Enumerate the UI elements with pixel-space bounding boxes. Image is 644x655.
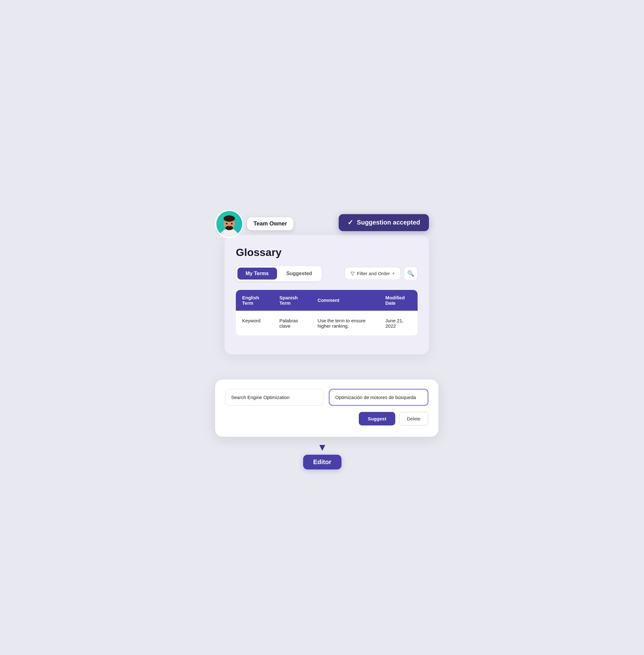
team-owner-label: Team Owner [253,220,287,227]
edit-card: Suggest Delete [215,379,438,437]
cursor-pointer-icon: ▲ [317,442,327,454]
svg-point-6 [231,223,233,224]
search-button[interactable]: 🔍 [404,267,418,280]
spanish-term-input[interactable] [329,389,428,406]
glossary-title: Glossary [236,246,418,258]
col-spanish-term: Spanish Term [273,290,311,311]
col-english-term: English Term [236,290,273,311]
check-icon: ✓ [347,218,353,227]
editor-area: ▲ Editor [303,442,342,469]
team-owner-badge: Team Owner [247,217,293,230]
filter-row: ▽ Filter and Order ▾ 🔍 [345,267,418,280]
avatar [215,210,244,238]
tabs-row: My Terms Suggested ▽ Filter and Order ▾ … [236,266,418,281]
english-term-input[interactable] [225,389,324,406]
chevron-down-icon: ▾ [392,271,395,276]
cell-spanish: Palabras clave [273,311,311,335]
svg-rect-1 [223,229,236,237]
tabs-container: My Terms Suggested [236,266,322,281]
svg-point-7 [228,225,230,227]
table-header-row: English Term Spanish Term Comment Modifi… [236,290,418,311]
svg-point-5 [226,223,228,224]
col-modified-date: Modified Date [379,290,418,311]
glossary-card: Glossary My Terms Suggested ▽ Filter and… [225,235,429,354]
suggest-button[interactable]: Suggest [359,412,395,425]
suggestion-accepted-label: Suggestion accepted [357,219,420,226]
tab-my-terms[interactable]: My Terms [237,267,277,280]
svg-point-3 [224,215,235,222]
cell-comment: Use the term to ensure higher ranking. [311,311,379,335]
glossary-table: English Term Spanish Term Comment Modifi… [236,290,418,335]
search-icon: 🔍 [407,270,414,277]
cell-date: June 21, 2022 [379,311,418,335]
suggestion-accepted-badge: ✓ Suggestion accepted [339,214,429,231]
svg-point-4 [226,226,233,230]
table-row: Keyword Palabras clave Use the term to e… [236,311,418,335]
team-owner-area: Team Owner [215,210,293,238]
col-comment: Comment [311,290,379,311]
scene: Team Owner ✓ Suggestion accepted Glossar… [215,210,429,446]
tab-suggested[interactable]: Suggested [278,267,320,280]
filter-label: Filter and Order [357,271,390,276]
editor-badge: Editor [303,455,342,469]
edit-actions: Suggest Delete [225,412,428,425]
cell-english: Keyword [236,311,273,335]
edit-fields [225,389,428,406]
delete-button[interactable]: Delete [399,412,428,425]
filter-order-button[interactable]: ▽ Filter and Order ▾ [345,267,400,280]
filter-icon: ▽ [351,271,354,276]
